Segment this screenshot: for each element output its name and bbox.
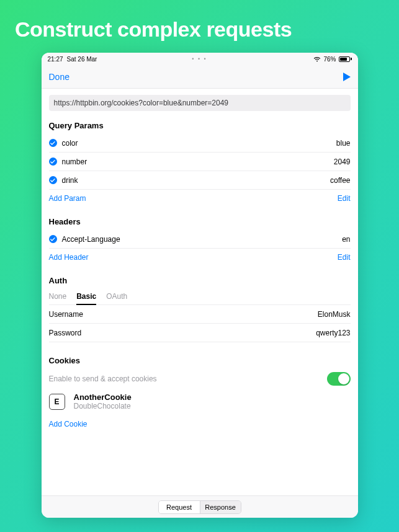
- param-value: 2049: [334, 157, 351, 166]
- header-row[interactable]: Accept-Language en: [49, 230, 351, 249]
- auth-tabs: None Basic OAuth: [49, 289, 351, 305]
- url-input[interactable]: https://httpbin.org/cookies?color=blue&n…: [49, 95, 351, 111]
- status-date: Sat 26 Mar: [67, 56, 97, 63]
- marketing-headline: Construct complex requests: [0, 0, 399, 53]
- auth-tab-basic[interactable]: Basic: [76, 292, 96, 304]
- query-param-row[interactable]: drink coffee: [49, 171, 351, 190]
- cookies-toggle[interactable]: [327, 372, 351, 386]
- cookie-row[interactable]: E AnotherCookie DoubleChocolate: [49, 389, 351, 415]
- battery-icon: [339, 56, 352, 62]
- battery-percent: 76%: [323, 56, 336, 63]
- auth-tab-none[interactable]: None: [49, 292, 67, 304]
- query-param-row[interactable]: color blue: [49, 134, 351, 153]
- cookie-icon: E: [49, 394, 65, 410]
- auth-tab-oauth[interactable]: OAuth: [106, 292, 127, 304]
- segment-response[interactable]: Response: [200, 501, 241, 513]
- add-header-button[interactable]: Add Header: [49, 253, 89, 262]
- query-param-row[interactable]: number 2049: [49, 153, 351, 171]
- headers-title: Headers: [49, 217, 351, 226]
- cookie-value: DoubleChocolate: [74, 402, 132, 410]
- request-form: https://httpbin.org/cookies?color=blue&n…: [42, 89, 358, 495]
- checkmark-icon[interactable]: [49, 235, 57, 243]
- status-time: 21:27: [48, 56, 63, 63]
- param-key: color: [62, 139, 78, 148]
- edit-headers-button[interactable]: Edit: [338, 253, 351, 262]
- add-param-button[interactable]: Add Param: [49, 194, 86, 203]
- multitask-dots-icon: • • •: [192, 56, 207, 62]
- nav-bar: Done: [42, 65, 358, 89]
- password-value: qwerty123: [316, 329, 350, 337]
- cookies-enable-text: Enable to send & accept cookies: [49, 375, 157, 383]
- checkmark-icon[interactable]: [49, 139, 57, 147]
- add-cookie-button[interactable]: Add Cookie: [49, 420, 87, 428]
- device-frame: 21:27 Sat 26 Mar • • • 76% Done https://…: [42, 53, 358, 518]
- header-key: Accept-Language: [62, 235, 120, 244]
- segment-request[interactable]: Request: [159, 501, 200, 513]
- request-response-segmented: Request Response: [158, 500, 241, 514]
- bottom-bar: Request Response: [42, 495, 358, 518]
- edit-params-button[interactable]: Edit: [338, 194, 351, 203]
- checkmark-icon[interactable]: [49, 176, 57, 184]
- cookie-name: AnotherCookie: [74, 392, 132, 402]
- checkmark-icon[interactable]: [49, 157, 57, 166]
- auth-password-row[interactable]: Password qwerty123: [49, 324, 351, 342]
- param-value: blue: [336, 139, 351, 148]
- username-label: Username: [49, 310, 83, 319]
- cookies-title: Cookies: [49, 356, 351, 365]
- password-label: Password: [49, 329, 82, 337]
- username-value: ElonMusk: [318, 310, 351, 319]
- wifi-icon: [313, 56, 321, 62]
- status-bar: 21:27 Sat 26 Mar • • • 76%: [42, 53, 358, 65]
- param-value: coffee: [330, 176, 350, 185]
- auth-username-row[interactable]: Username ElonMusk: [49, 305, 351, 324]
- auth-title: Auth: [49, 276, 351, 285]
- done-button[interactable]: Done: [49, 72, 69, 82]
- param-key: drink: [62, 176, 78, 185]
- header-value: en: [342, 235, 350, 244]
- query-params-title: Query Params: [49, 121, 351, 130]
- param-key: number: [62, 157, 87, 166]
- send-request-button[interactable]: [343, 73, 351, 81]
